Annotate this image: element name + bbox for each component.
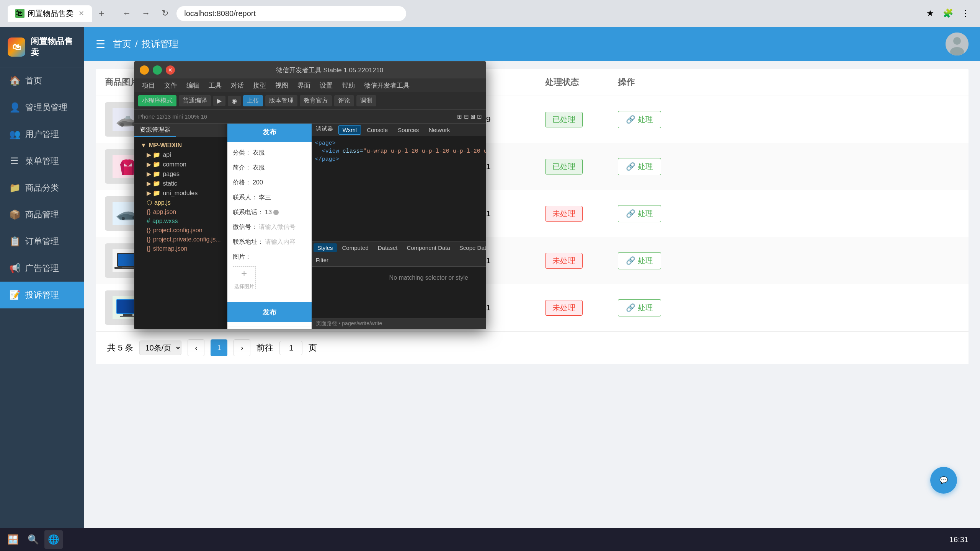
handle-action-btn[interactable]: 🔗 处理: [618, 252, 661, 269]
sidebar-item-orders[interactable]: 📋 订单管理: [0, 228, 84, 255]
settings-icon[interactable]: ⋮: [959, 7, 972, 20]
file-app-json[interactable]: {} app.json: [144, 207, 223, 217]
file-app-js[interactable]: ⬡ app.js: [144, 198, 223, 207]
folder-pages[interactable]: ▶ 📁 pages: [144, 169, 223, 179]
phone-upload-btn[interactable]: + 选择图片: [233, 266, 256, 289]
minimize-btn[interactable]: [140, 65, 149, 75]
comment-btn[interactable]: 评论: [334, 95, 354, 106]
phone-nav-buy[interactable]: 🛒 求购: [278, 326, 295, 329]
phone-field-phone: 联系电话： 13: [233, 207, 306, 218]
file-project-private[interactable]: {} project.private.config.js...: [144, 235, 223, 244]
page-goto-input[interactable]: [279, 341, 302, 355]
tab-dataset[interactable]: Dataset: [374, 243, 402, 252]
phone-nav-idle[interactable]: 📦 闲置: [244, 326, 261, 329]
devtools-menubar: 项目 文件 编辑 工具 对话 接型 视图 界面 设置 帮助 微信开发者工具: [134, 78, 486, 92]
sidebar-item-home[interactable]: 🏠 首页: [0, 67, 84, 94]
handle-action-btn[interactable]: 🔗 处理: [618, 205, 661, 222]
sidebar-item-menus[interactable]: ☰ 菜单管理: [0, 148, 84, 174]
prev-page-btn[interactable]: ‹: [188, 339, 204, 356]
menu-edit[interactable]: 编辑: [183, 80, 203, 91]
folder-api[interactable]: ▶ 📁 api: [144, 150, 223, 160]
version-btn[interactable]: 版本管理: [265, 95, 297, 106]
compile-btn[interactable]: 普通编译: [179, 95, 211, 106]
tab-component-data[interactable]: Component Data: [403, 243, 454, 252]
sidebar-item-goods[interactable]: 📦 商品管理: [0, 201, 84, 228]
compile-action-btn[interactable]: ▶: [213, 96, 225, 106]
per-page-select[interactable]: 10条/页: [139, 341, 181, 355]
file-sitemap[interactable]: {} sitemap.json: [144, 244, 223, 253]
debug-btn[interactable]: 调测: [356, 95, 376, 106]
col-header-status: 处理状态: [545, 77, 614, 88]
sidebar-item-admin[interactable]: 👤 管理员管理: [0, 94, 84, 121]
tab-wxml[interactable]: Wxml: [338, 125, 361, 135]
resource-explorer-tab[interactable]: 资源管理器: [134, 124, 176, 137]
col-header-action: 操作: [618, 77, 687, 88]
file-label-sitemap: sitemap.json: [153, 245, 188, 252]
tab-scope-data[interactable]: Scope Data: [456, 243, 486, 252]
extension-icon[interactable]: 🧩: [941, 7, 955, 20]
sidebar-item-complaint[interactable]: 📝 投诉管理: [0, 282, 84, 308]
breadcrumb-home[interactable]: 首页: [113, 38, 131, 50]
handle-action-btn[interactable]: 🔗 处理: [618, 299, 661, 316]
education-btn[interactable]: 教育官方: [300, 95, 332, 106]
file-project-config[interactable]: {} project.config.json: [144, 226, 223, 235]
handle-action-btn[interactable]: 🔗 处理: [618, 158, 661, 175]
menu-interface[interactable]: 界面: [294, 80, 314, 91]
browser-tab[interactable]: 🛍 闲置物品售卖 ✕: [8, 5, 92, 22]
page-1-btn[interactable]: 1: [211, 339, 227, 356]
new-tab-btn[interactable]: +: [96, 8, 108, 20]
address-bar[interactable]: localhost:8080/report: [176, 6, 406, 21]
handle-action-btn[interactable]: 🔗 处理: [618, 111, 661, 128]
style-inspector: Styles Computed Dataset Component Data S…: [312, 241, 486, 318]
total-count: 共 5 条: [107, 342, 133, 354]
phone-nav-publish[interactable]: ➕ 发布: [261, 326, 278, 329]
tab-console[interactable]: Console: [363, 125, 392, 135]
sidebar-item-category[interactable]: 📁 商品分类: [0, 174, 84, 201]
menu-help[interactable]: 帮助: [338, 80, 359, 91]
sidebar-item-ads[interactable]: 📢 广告管理: [0, 255, 84, 282]
folder-static[interactable]: ▶ 📁 static: [144, 179, 223, 188]
status-badge: 未处理: [545, 253, 583, 269]
maximize-btn[interactable]: [153, 65, 162, 75]
next-page-btn[interactable]: ›: [234, 339, 250, 356]
preview-btn[interactable]: ◉: [228, 96, 241, 106]
forward-btn[interactable]: →: [138, 6, 154, 21]
taskbar-browser[interactable]: 🌐: [44, 530, 63, 549]
menu-select[interactable]: 接型: [249, 80, 270, 91]
file-app-wxss[interactable]: # app.wxss: [144, 217, 223, 226]
floating-action-btn[interactable]: 💬: [930, 467, 957, 494]
menu-project[interactable]: 项目: [138, 80, 159, 91]
sidebar-item-users[interactable]: 👥 用户管理: [0, 121, 84, 148]
menu-tools[interactable]: 工具: [205, 80, 225, 91]
refresh-btn[interactable]: ↻: [157, 6, 173, 21]
tab-computed[interactable]: Computed: [338, 243, 372, 252]
phone-field-category: 分类： 衣服: [233, 147, 306, 158]
hamburger-menu-btn[interactable]: ☰: [96, 38, 105, 51]
close-btn[interactable]: ✕: [166, 65, 175, 75]
user-avatar[interactable]: [946, 33, 969, 55]
menu-file[interactable]: 文件: [160, 80, 181, 91]
tab-sources[interactable]: Sources: [394, 125, 423, 135]
upload-btn[interactable]: 上传: [243, 95, 263, 106]
tab-network[interactable]: Network: [425, 125, 454, 135]
bookmarks-icon[interactable]: ★: [923, 7, 937, 20]
folder-common[interactable]: ▶ 📁 common: [144, 160, 223, 169]
home-icon: 🏠: [9, 75, 20, 86]
folder-label-pages: pages: [163, 171, 180, 178]
tab-styles[interactable]: Styles: [314, 243, 337, 252]
menu-wechat-tools[interactable]: 微信开发者工具: [360, 80, 413, 91]
back-btn[interactable]: ←: [119, 6, 134, 21]
phone-publish-btn[interactable]: 发布: [227, 302, 312, 322]
status-cell: 已处理: [545, 159, 614, 174]
tab-close[interactable]: ✕: [78, 9, 84, 18]
phone-nav-home[interactable]: 🏠 首页: [227, 326, 244, 329]
start-btn[interactable]: 🪟: [4, 530, 22, 549]
search-btn[interactable]: 🔍: [24, 530, 42, 549]
menu-view[interactable]: 视图: [271, 80, 292, 91]
menu-dialog[interactable]: 对话: [227, 80, 248, 91]
menu-settings[interactable]: 设置: [316, 80, 336, 91]
folder-icon-uni-modules: ▶ 📁: [147, 189, 160, 197]
compile-mode-btn[interactable]: 小程序模式: [138, 95, 176, 106]
phone-nav-profile[interactable]: 👤 我的: [295, 326, 312, 329]
folder-uni-modules[interactable]: ▶ 📁 uni_modules: [144, 188, 223, 198]
